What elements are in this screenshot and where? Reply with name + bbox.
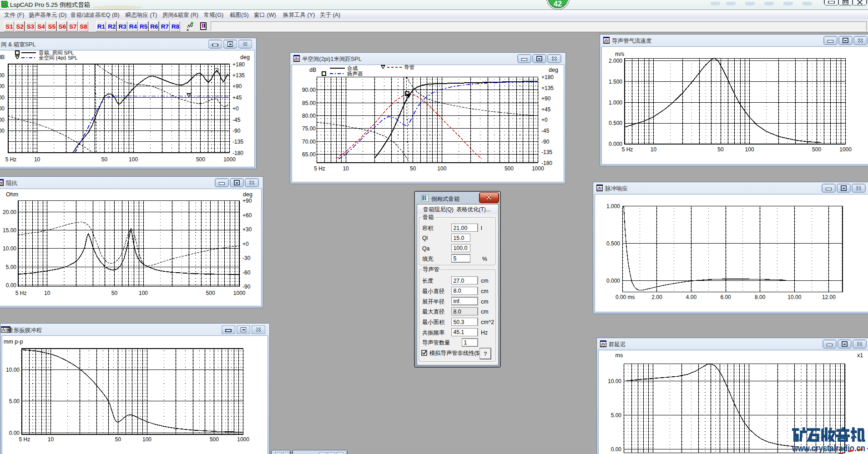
svg-text:50: 50 (717, 146, 724, 153)
svg-text:音箱阻尼(Q): 音箱阻尼(Q) (423, 206, 454, 213)
svg-text:100: 100 (139, 290, 148, 296)
svg-text:0.00: 0.00 (9, 430, 20, 436)
svg-text:1.000: 1.000 (606, 203, 620, 210)
svg-text:+0: +0 (242, 241, 249, 247)
svg-text:100: 100 (437, 165, 446, 172)
svg-text:1: 1 (464, 339, 467, 346)
svg-text:85.00: 85.00 (302, 100, 316, 106)
svg-text:70.00: 70.00 (302, 139, 316, 145)
svg-text:5 Hz: 5 Hz (314, 165, 325, 172)
svg-text:00: 00 (0, 117, 5, 123)
svg-text:-30: -30 (242, 255, 251, 261)
svg-text:8.0: 8.0 (454, 288, 461, 294)
svg-text:半空间(2pi)1米间距SPL: 半空间(2pi)1米间距SPL (302, 56, 362, 62)
svg-text:+30: +30 (242, 226, 252, 233)
svg-text:常规(G): 常规(G) (204, 12, 223, 18)
svg-text:-45: -45 (541, 128, 550, 134)
svg-text:1.000: 1.000 (609, 100, 622, 106)
svg-text:S2: S2 (16, 23, 24, 30)
svg-text:00: 00 (0, 72, 5, 79)
svg-text:dB: dB (0, 54, 5, 60)
svg-text:S1: S1 (5, 23, 13, 30)
svg-text:50: 50 (111, 290, 118, 296)
svg-text:inf.: inf. (454, 298, 461, 304)
svg-text:2.00: 2.00 (651, 294, 662, 300)
svg-text:S5: S5 (48, 23, 56, 30)
svg-text:-90: -90 (242, 284, 251, 290)
svg-text:45.1: 45.1 (454, 329, 464, 335)
svg-text:导声管数量: 导声管数量 (422, 339, 450, 346)
svg-text:S3: S3 (27, 23, 35, 30)
svg-text:R4: R4 (129, 23, 137, 30)
svg-text:%: % (482, 256, 487, 262)
svg-text:65.00: 65.00 (302, 151, 316, 158)
svg-text:Qa: Qa (422, 245, 430, 252)
svg-text:ms: ms (616, 352, 623, 359)
svg-text:扬声器: 扬声器 (347, 71, 363, 76)
svg-text:100.0: 100.0 (454, 245, 468, 251)
svg-text:6.00: 6.00 (720, 294, 731, 300)
svg-text:50: 50 (115, 436, 121, 443)
svg-text:合成: 合成 (347, 65, 358, 71)
svg-text:S8: S8 (80, 23, 87, 30)
svg-text:最大直径: 最大直径 (422, 309, 444, 315)
svg-text:音箱/滤波器/EQ (B): 音箱/滤波器/EQ (B) (71, 12, 120, 18)
svg-text:1000: 1000 (223, 156, 236, 163)
svg-text:x1: x1 (857, 352, 863, 359)
svg-text:R1: R1 (97, 23, 106, 30)
svg-text:+135: +135 (232, 72, 245, 79)
svg-text:10: 10 (44, 290, 50, 296)
svg-text:最小面积: 最小面积 (422, 319, 445, 325)
svg-text:5.00: 5.00 (611, 412, 622, 419)
svg-text:deg: deg (240, 54, 250, 60)
svg-text:音箱: 音箱 (423, 214, 434, 220)
svg-text:500: 500 (812, 146, 821, 153)
svg-text:15.0: 15.0 (454, 235, 464, 241)
svg-text:5: 5 (454, 255, 457, 262)
svg-text:窗口 (W): 窗口 (W) (254, 12, 276, 18)
svg-text:-60: -60 (242, 269, 251, 276)
svg-text:00: 00 (0, 83, 5, 90)
svg-text:mm p-p: mm p-p (4, 339, 23, 345)
svg-text:+90: +90 (242, 198, 252, 204)
svg-text:导管: 导管 (404, 65, 414, 70)
svg-text:容积: 容积 (422, 225, 434, 231)
svg-text:R6: R6 (150, 23, 158, 30)
svg-text:5.00: 5.00 (6, 264, 17, 270)
svg-text:+45: +45 (541, 106, 551, 113)
svg-text:cm: cm (481, 309, 488, 315)
svg-text:房间&箱室 (R): 房间&箱室 (R) (162, 12, 198, 18)
svg-text:扬声器单元 (D): 扬声器单元 (D) (29, 12, 66, 18)
svg-text:脉冲响应: 脉冲响应 (605, 185, 628, 192)
svg-text:90.00: 90.00 (302, 87, 316, 93)
svg-text:1000: 1000 (839, 146, 852, 153)
svg-text:500: 500 (196, 156, 205, 163)
svg-text:8.0: 8.0 (454, 309, 461, 315)
svg-text:00: 00 (0, 105, 5, 112)
svg-text:+90: +90 (541, 95, 551, 102)
svg-text:500: 500 (210, 436, 219, 443)
svg-text:10.00: 10.00 (3, 245, 16, 252)
svg-text:+0: +0 (541, 117, 548, 123)
svg-text:截图(S): 截图(S) (230, 12, 249, 18)
svg-text:+0: +0 (232, 105, 239, 112)
svg-text:锥形振膜冲程: 锥形振膜冲程 (7, 327, 42, 334)
svg-text:10.00: 10.00 (608, 378, 621, 384)
svg-text:R3: R3 (118, 23, 126, 30)
svg-text:1000: 1000 (532, 165, 544, 172)
svg-text:5 Hz: 5 Hz (19, 436, 30, 443)
svg-text:+135: +135 (541, 85, 554, 91)
svg-text:长度: 长度 (422, 278, 434, 284)
svg-text:5 Hz: 5 Hz (622, 146, 633, 153)
svg-text:Hz: Hz (481, 329, 488, 336)
svg-text:+90: +90 (232, 83, 242, 90)
svg-text:-45: -45 (232, 117, 241, 123)
svg-text:cm: cm (481, 299, 488, 305)
svg-text:关于 (A): 关于 (A) (320, 12, 340, 18)
svg-text:填充: 填充 (422, 256, 434, 262)
svg-text:S6: S6 (59, 23, 66, 30)
svg-text:10: 10 (34, 156, 40, 163)
svg-text:-180: -180 (232, 150, 243, 156)
svg-text:8.00: 8.00 (755, 294, 766, 300)
svg-text:倒相式音箱: 倒相式音箱 (431, 196, 460, 202)
